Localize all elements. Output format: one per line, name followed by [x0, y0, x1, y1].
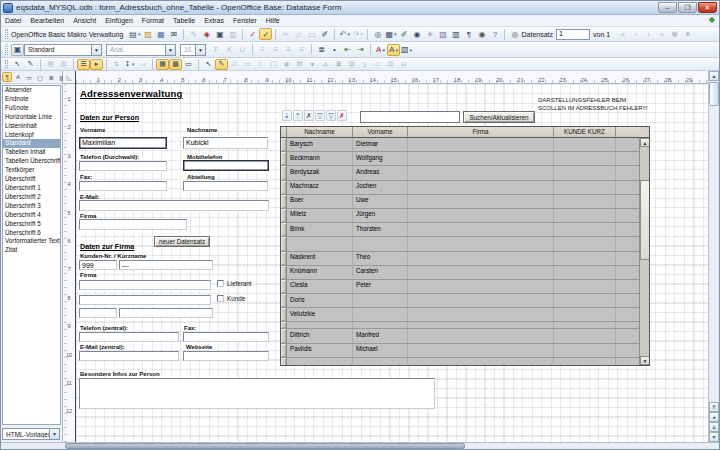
table-row[interactable]: Barysch Dietmar	[281, 138, 649, 152]
bullet-list-icon[interactable]: •	[328, 44, 341, 56]
table-row[interactable]: Brink Thorsten	[281, 223, 649, 237]
table-row[interactable]	[281, 237, 649, 251]
navigator-icon[interactable]: ✧	[423, 28, 436, 40]
menu-item[interactable]: Einfügen	[105, 17, 133, 24]
nachname-input[interactable]: Kubicki	[183, 137, 268, 149]
sort-ascending-icon[interactable]: ⇣	[282, 110, 292, 121]
style-list-item[interactable]: Fußnote	[3, 104, 60, 113]
style-list-item[interactable]: Überschrift 6	[3, 229, 60, 238]
menu-item[interactable]: Ansicht	[73, 17, 96, 24]
toolbar-grip[interactable]	[5, 60, 8, 68]
table-row[interactable]: Berdyszak Andreas	[281, 166, 649, 180]
table-row[interactable]: Doris	[281, 294, 649, 308]
telefon-input[interactable]	[79, 161, 167, 171]
table-icon[interactable]: ▦	[384, 28, 397, 40]
style-category-combo[interactable]: HTML-Vorlagen ▼	[2, 428, 60, 440]
character-styles-icon[interactable]: A	[13, 72, 23, 82]
decrease-indent-icon[interactable]: ⇤	[341, 44, 354, 56]
form-navigator-icon[interactable]: ☰	[77, 59, 90, 70]
ort-input[interactable]	[119, 308, 213, 318]
kunde-checkbox[interactable]: Kunde	[217, 295, 245, 302]
autospellcheck-icon[interactable]: ✓	[259, 28, 272, 40]
style-list-item[interactable]: Tabellen Überschrift	[3, 157, 60, 166]
paste-icon[interactable]: ▭	[305, 28, 318, 40]
table-row[interactable]: Miletz Jürgen	[281, 209, 649, 223]
last-record-icon[interactable]: »	[655, 28, 668, 40]
lieferant-checkbox[interactable]: Lieferant	[217, 280, 252, 287]
design-mode-onoff-icon[interactable]: ✎	[24, 59, 37, 70]
chevron-down-icon[interactable]: ▼	[195, 45, 205, 55]
checkbox-icon[interactable]	[217, 295, 224, 302]
font-name-combo[interactable]: Arial ▼	[106, 44, 176, 56]
numeric-field-icon[interactable]: 1	[358, 59, 371, 70]
previous-record-icon[interactable]: ‹	[629, 28, 642, 40]
fax-input[interactable]	[79, 181, 167, 191]
email-icon[interactable]: ✉	[167, 28, 180, 40]
mobiltelefon-input[interactable]	[183, 160, 269, 171]
horizontal-scrollbar[interactable]	[1, 442, 719, 449]
text-box-icon[interactable]: ▭	[241, 59, 254, 70]
bold-icon[interactable]: F	[210, 44, 223, 56]
table-row[interactable]: Boer Uwe	[281, 195, 649, 209]
table-row[interactable]	[281, 322, 649, 329]
select-icon[interactable]: ↖	[11, 59, 24, 70]
style-list-item[interactable]: Tabellen Inhalt	[3, 148, 60, 157]
font-size-combo[interactable]: 10 ▼	[180, 44, 206, 56]
copy-icon[interactable]: ▱	[292, 28, 305, 40]
chevron-down-icon[interactable]: ▼	[165, 45, 175, 55]
push-button-icon[interactable]: ▢	[267, 59, 280, 70]
hyperlink-icon[interactable]: ◎	[371, 28, 384, 40]
table-scrollbar-thumb[interactable]	[640, 180, 650, 260]
table-row[interactable]: Beckmann Wolfgang	[281, 152, 649, 166]
table-row[interactable]: Naskrent Theo	[281, 252, 649, 266]
scroll-up-icon[interactable]: ▲	[640, 138, 650, 147]
add-field-icon[interactable]: ▸	[90, 59, 103, 70]
cut-icon[interactable]: ✂	[279, 28, 292, 40]
align-center-icon[interactable]: ≡	[269, 44, 282, 56]
chevron-down-icon[interactable]: ▼	[49, 429, 59, 439]
data-sources-icon[interactable]: ▥	[449, 28, 462, 40]
justify-icon[interactable]: ≡	[295, 44, 308, 56]
align-right-icon[interactable]: ≡	[282, 44, 295, 56]
background-color-icon[interactable]: ▧	[400, 44, 413, 56]
more-controls-icon[interactable]: ◇	[371, 59, 384, 70]
menu-item[interactable]: Format	[142, 17, 164, 24]
record-number-input[interactable]: 1	[556, 29, 590, 40]
activation-order-icon[interactable]: ⇅	[110, 59, 123, 70]
check-box-icon[interactable]: ☑	[228, 59, 241, 70]
style-list-item[interactable]: Absender	[3, 86, 60, 95]
align-left-icon[interactable]: ≡	[256, 44, 269, 56]
export-pdf-icon[interactable]: ◈	[200, 28, 213, 40]
telefon-zentral-input[interactable]	[79, 332, 179, 342]
menu-item[interactable]: Tabelle	[173, 17, 195, 24]
label-field-icon[interactable]: A	[319, 59, 332, 70]
new-document-icon[interactable]: ▤	[128, 28, 141, 40]
find-record-icon[interactable]: ◎	[508, 28, 521, 40]
draw-functions-icon[interactable]: ✐	[397, 28, 410, 40]
anchor-icon[interactable]: ↧	[123, 59, 136, 70]
menu-item[interactable]: Hilfe	[266, 17, 280, 24]
gallery-icon[interactable]: ▧	[436, 28, 449, 40]
style-list-item[interactable]: Überschrift 1	[3, 184, 60, 193]
previous-page-icon[interactable]: ⇈	[709, 402, 719, 412]
open-icon[interactable]: ▨	[141, 28, 154, 40]
style-list-item[interactable]: Zitat	[3, 246, 60, 255]
column-header-kunde-kurz[interactable]: KUNDE KURZ	[554, 127, 616, 137]
paragraph-styles-icon[interactable]: ¶	[2, 72, 12, 82]
style-list-item[interactable]: Listeninhalt	[3, 122, 60, 131]
italic-icon[interactable]: K	[223, 44, 236, 56]
chevron-down-icon[interactable]: ▼	[91, 45, 101, 55]
search-refresh-button[interactable]: Suchen/Aktualisieren	[463, 111, 535, 123]
abteilung-input[interactable]	[183, 181, 268, 191]
new-record-icon[interactable]: ✱	[668, 28, 681, 40]
option-button-icon[interactable]: ◉	[280, 59, 293, 70]
close-button[interactable]: ✕	[698, 2, 717, 13]
select-control-icon[interactable]: ↖	[202, 59, 215, 70]
form-design-tools-icon[interactable]: ▥	[384, 59, 397, 70]
snap-to-grid-icon[interactable]: ▩	[169, 59, 182, 70]
list-styles-icon[interactable]: ≣	[46, 72, 56, 82]
sort-descending-icon[interactable]: ⇡	[293, 110, 303, 121]
kurzname-input[interactable]: ---	[119, 260, 213, 270]
scroll-down-icon[interactable]: ▼	[640, 356, 650, 365]
numbered-list-icon[interactable]: ≣	[315, 44, 328, 56]
